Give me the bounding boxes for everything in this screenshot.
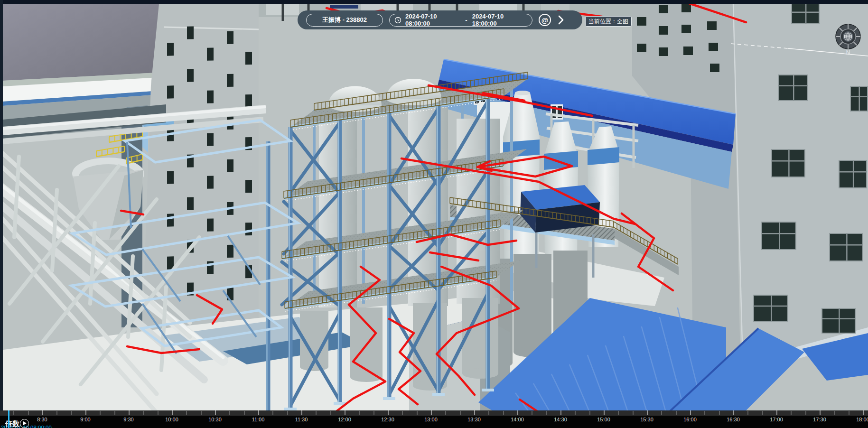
next-button[interactable]: [556, 15, 566, 25]
compass-gizmo[interactable]: N: [832, 20, 864, 56]
timeline-tick: [172, 410, 173, 415]
timeline-tick: [762, 411, 763, 415]
timeline-tick: [373, 411, 374, 415]
timeline-tick: [71, 411, 72, 415]
timeline-tick-label: 12:00: [338, 417, 351, 422]
timeline-tick: [863, 410, 864, 415]
timeline-tick: [503, 411, 504, 415]
timeline-tick: [546, 411, 547, 415]
timeline-tick: [474, 410, 475, 415]
timeline-tick: [56, 411, 57, 415]
timeline-tick-label: 9:00: [80, 417, 90, 422]
timeline-tick-label: 16:30: [727, 417, 740, 422]
scene-3d-viewport[interactable]: [0, 0, 868, 428]
timeline-tick: [201, 411, 202, 415]
timeline-tick-label: 13:30: [467, 417, 481, 422]
timeline-tick: [143, 411, 144, 415]
time-range-picker[interactable]: 2024-07-10 08:00:00 - 2024-07-10 18:00:0…: [389, 14, 532, 27]
building-center: [142, 4, 259, 328]
timeline-tick: [229, 411, 230, 415]
timeline-tick: [733, 410, 734, 415]
timeline-tick: [417, 411, 418, 415]
compass-north-label: N: [846, 49, 850, 56]
timeline-tick: [158, 411, 159, 415]
timeline-tick-label: 10:00: [165, 417, 178, 422]
timeline-tick: [129, 410, 130, 415]
timeline-tick-label: 15:30: [640, 417, 653, 422]
timeline-tick: [676, 411, 677, 415]
person-label: 王振博 - 238802: [322, 16, 367, 24]
timeline-tick-label: 16:00: [683, 417, 697, 422]
timeline-tick-label: 11:30: [295, 417, 308, 422]
toolbar: 王振博 - 238802 2024-07-10 08:00:00 - 2024-…: [298, 10, 582, 29]
locate-icon: @: [541, 16, 549, 24]
timeline-tick: [532, 411, 532, 415]
timeline-tick: [589, 411, 590, 415]
timeline-tick: [575, 411, 576, 415]
person-selector[interactable]: 王振博 - 238802: [306, 14, 383, 27]
timeline-tick: [42, 410, 43, 415]
timeline-tick: [633, 411, 634, 415]
chevron-right-icon: [558, 15, 564, 25]
timeline-tick-label: 13:00: [424, 417, 438, 422]
timeline-tick: [186, 411, 187, 415]
timeline-tick: [316, 411, 317, 415]
timeline-tick-label: 10:30: [208, 417, 222, 422]
timeline-tick-label: 17:00: [770, 417, 783, 422]
timeline-tick: [604, 410, 605, 415]
timeline-playhead[interactable]: [8, 410, 9, 428]
play-button[interactable]: [20, 419, 29, 428]
timeline-tick: [402, 411, 403, 415]
timeline-tick-label: 15:00: [597, 417, 610, 422]
timeline-tick: [647, 410, 648, 415]
timeline-tick: [272, 411, 273, 415]
timeline-tick: [776, 410, 777, 415]
timeline-tick: [445, 411, 446, 415]
globe-icon: [844, 33, 852, 40]
time-start: 2024-07-10 08:00:00: [405, 13, 460, 27]
timeline-tick: [244, 411, 245, 415]
timeline-tick-label: 18:00: [856, 417, 868, 422]
play-icon: [23, 421, 27, 425]
timeline-tick: [301, 410, 302, 415]
timeline-tick: [85, 410, 86, 415]
timeline-tick: [330, 411, 331, 415]
timeline-tick: [388, 410, 389, 415]
timeline-tick: [820, 410, 821, 415]
timeline-tick-label: 17:30: [813, 417, 826, 422]
timeline-tick: [13, 411, 14, 415]
timeline-bar: 8:309:009:3010:0010:3011:0011:3012:0012:…: [0, 410, 868, 428]
timeline-ruler[interactable]: [0, 410, 868, 416]
timeline-tick-label: 12:30: [381, 417, 394, 422]
time-separator: -: [465, 17, 467, 24]
timeline-tick: [834, 411, 835, 415]
timeline-tick: [100, 411, 101, 415]
timeline-tick: [849, 411, 849, 415]
timeline-tick-label: 14:00: [511, 417, 524, 422]
timeline-tick-label: 14:30: [554, 417, 567, 422]
timeline-tick: [431, 410, 432, 415]
app-window: 王振博 - 238802 2024-07-10 08:00:00 - 2024-…: [0, 0, 868, 428]
timeline-tick: [560, 410, 561, 415]
clock-icon: [394, 17, 401, 24]
timeline-tick: [488, 411, 489, 415]
timeline-tick: [345, 410, 345, 415]
timeline-tick: [258, 410, 259, 415]
timeline-tick: [287, 411, 288, 415]
locate-button[interactable]: @: [539, 14, 551, 26]
timeline-tick: [114, 411, 115, 415]
timeline-tick: [791, 411, 792, 415]
timeline-tick: [704, 411, 705, 415]
timeline-tick: [28, 411, 29, 415]
location-badge: 当前位置：全图: [585, 16, 632, 27]
timeline-tick: [359, 411, 360, 415]
timeline-tick-label: 11:00: [252, 417, 265, 422]
speed-multiplier-button[interactable]: 倍数: [5, 419, 19, 428]
timeline-tick: [460, 411, 461, 415]
time-end: 2024-07-10 18:00:00: [472, 13, 527, 27]
frame-top: [0, 0, 868, 4]
timeline-tick: [517, 410, 518, 415]
timeline-tick: [690, 410, 691, 415]
frame-left: [0, 0, 3, 428]
timeline-tick-label: 8:30: [37, 417, 47, 422]
